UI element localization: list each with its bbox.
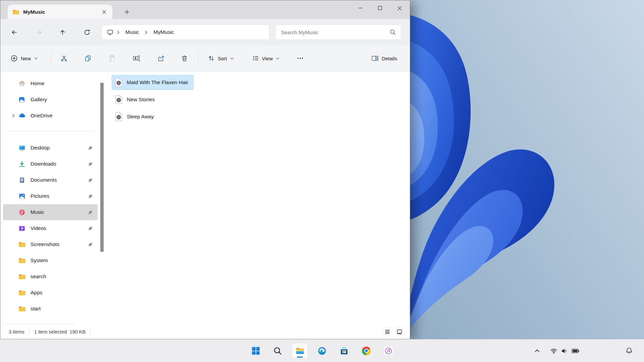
- status-separator: [90, 328, 91, 335]
- taskbar-file-explorer-button[interactable]: [292, 343, 308, 359]
- music-icon: [18, 208, 26, 216]
- maximize-button[interactable]: [370, 0, 390, 16]
- sidebar-item-label: search: [31, 274, 86, 280]
- start-button[interactable]: [248, 343, 263, 359]
- forward-button[interactable]: [32, 25, 46, 39]
- navigation-bar: Music MyMusic: [0, 19, 410, 45]
- trash-icon: [181, 55, 188, 62]
- scrollbar-thumb[interactable]: [100, 83, 104, 252]
- sidebar-item-search[interactable]: search: [3, 268, 98, 285]
- toolbar-separator: [198, 52, 199, 64]
- bell-icon: [625, 347, 633, 355]
- back-button[interactable]: [7, 25, 21, 39]
- pin-icon: [86, 162, 94, 167]
- documents-icon: [18, 176, 26, 184]
- folder-icon: [18, 305, 26, 313]
- system-tray-cluster[interactable]: [548, 344, 582, 358]
- file-list: Maid With The Flaxen Hair New Stories: [100, 71, 410, 324]
- taskbar-search-button[interactable]: [270, 343, 285, 359]
- tray-expand-button[interactable]: [532, 344, 542, 358]
- view-button[interactable]: View: [249, 51, 283, 66]
- sidebar-item-gallery[interactable]: Gallery: [3, 92, 98, 108]
- sidebar-item-label: Desktop: [31, 145, 86, 151]
- downloads-icon: [18, 160, 26, 168]
- file-name: New Stories: [127, 97, 155, 103]
- sidebar-item-start[interactable]: start: [3, 301, 98, 317]
- sidebar-item-apps[interactable]: Apps: [3, 285, 98, 301]
- notifications-button[interactable]: [623, 344, 635, 358]
- new-tab-button[interactable]: [121, 7, 132, 17]
- sidebar-scrollbar[interactable]: [100, 71, 104, 324]
- taskbar-itunes-button[interactable]: [381, 343, 396, 359]
- sort-button[interactable]: Sort: [204, 51, 237, 66]
- file-name: Maid With The Flaxen Hair: [127, 79, 188, 85]
- file-row-new-stories[interactable]: New Stories: [112, 92, 160, 107]
- item-count: 3 items: [9, 329, 24, 335]
- details-button[interactable]: Details: [368, 51, 400, 66]
- sidebar-item-label: Pictures: [31, 193, 86, 199]
- sort-label: Sort: [218, 56, 227, 61]
- sidebar-item-home[interactable]: Home: [3, 75, 98, 92]
- sidebar: Home Gallery: [0, 71, 100, 324]
- search-icon[interactable]: [389, 29, 396, 36]
- search-icon: [273, 347, 282, 355]
- address-bar[interactable]: Music MyMusic: [102, 24, 269, 40]
- paste-button[interactable]: [105, 51, 119, 66]
- folder-icon: [18, 240, 26, 248]
- sidebar-item-music[interactable]: Music: [3, 204, 98, 220]
- sidebar-item-label: Downloads: [31, 161, 86, 167]
- videos-icon: [18, 224, 26, 232]
- breadcrumb-music[interactable]: Music: [123, 28, 142, 37]
- close-button[interactable]: [390, 0, 409, 16]
- copy-button[interactable]: [80, 51, 95, 66]
- paste-icon: [108, 55, 116, 62]
- new-button[interactable]: New: [6, 51, 42, 66]
- file-row-maid-with-the-flaxen-hair[interactable]: Maid With The Flaxen Hair: [112, 75, 194, 90]
- sidebar-item-screenshots[interactable]: Screenshots: [3, 236, 98, 252]
- tab-close-icon[interactable]: [99, 8, 109, 16]
- taskbar-store-button[interactable]: [336, 343, 352, 359]
- view-label: View: [262, 56, 273, 61]
- cut-button[interactable]: [57, 51, 71, 66]
- status-separator: [29, 328, 30, 335]
- sidebar-item-pictures[interactable]: Pictures: [3, 188, 98, 204]
- rename-button[interactable]: [129, 51, 144, 66]
- delete-button[interactable]: [177, 51, 192, 66]
- sidebar-item-label: Documents: [31, 177, 86, 183]
- sidebar-item-label: System: [31, 257, 86, 263]
- share-button[interactable]: [154, 51, 168, 66]
- pin-icon: [86, 145, 94, 150]
- selection-count: 1 item selected: [34, 329, 67, 335]
- refresh-button[interactable]: [80, 25, 94, 39]
- sidebar-item-documents[interactable]: Documents: [3, 172, 98, 188]
- up-button[interactable]: [56, 25, 69, 39]
- gallery-icon: [18, 96, 26, 104]
- sidebar-item-label: Gallery: [31, 97, 86, 103]
- sidebar-item-videos[interactable]: Videos: [3, 220, 98, 236]
- sidebar-item-label: Videos: [31, 225, 86, 231]
- expand-chevron-icon[interactable]: [9, 113, 18, 118]
- wifi-icon: [550, 347, 557, 355]
- minimize-button[interactable]: [351, 0, 370, 16]
- taskbar-chrome-button[interactable]: [359, 343, 374, 359]
- chevron-up-icon: [534, 348, 540, 354]
- sidebar-item-onedrive[interactable]: OneDrive: [3, 108, 98, 124]
- file-name: Sleep Away: [127, 114, 154, 120]
- details-view-toggle[interactable]: [382, 327, 392, 337]
- pin-icon: [86, 226, 94, 231]
- sidebar-item-desktop[interactable]: Desktop: [3, 140, 98, 156]
- tab-mymusic[interactable]: MyMusic: [8, 5, 112, 19]
- search-input[interactable]: [280, 29, 389, 36]
- thumbnail-view-toggle[interactable]: [394, 327, 405, 337]
- sidebar-item-downloads[interactable]: Downloads: [3, 156, 98, 172]
- battery-icon: [572, 347, 580, 355]
- pin-icon: [86, 242, 94, 247]
- file-row-sleep-away[interactable]: Sleep Away: [112, 109, 159, 124]
- view-list-icon: [252, 55, 259, 62]
- chevron-down-icon: [34, 56, 38, 61]
- sidebar-item-system[interactable]: System: [3, 252, 98, 268]
- more-options-button[interactable]: [293, 51, 308, 66]
- breadcrumb-mymusic[interactable]: MyMusic: [151, 28, 176, 37]
- taskbar-edge-button[interactable]: [314, 343, 330, 359]
- share-icon: [157, 55, 165, 62]
